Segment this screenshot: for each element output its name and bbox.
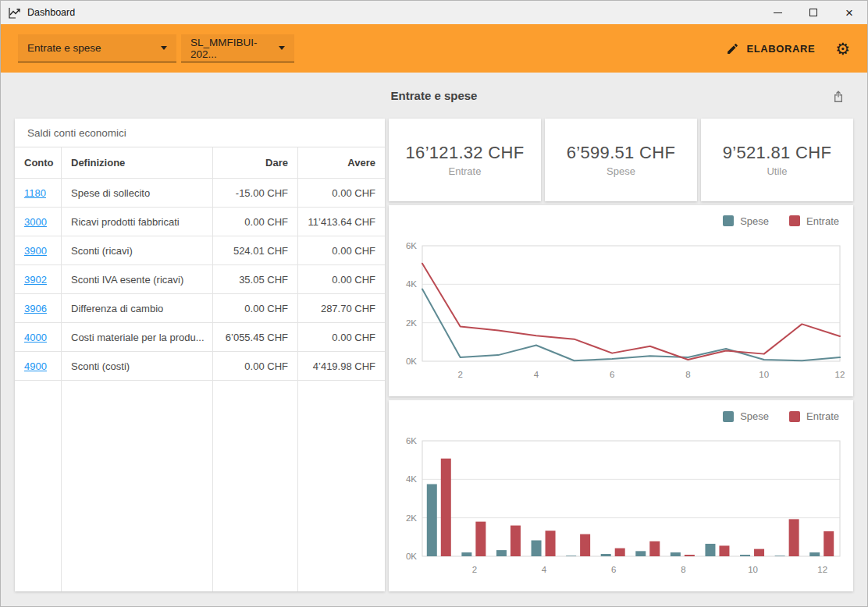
legend-label: Entrate <box>806 215 839 227</box>
stat-card-utile: 9’521.81 CHF Utile <box>701 119 853 201</box>
conto-link[interactable]: 3900 <box>24 245 47 257</box>
stat-card-spese: 6’599.51 CHF Spese <box>545 119 697 201</box>
window-title: Dashboard <box>27 7 75 18</box>
conto-link[interactable]: 3906 <box>24 303 47 314</box>
svg-text:2K: 2K <box>406 513 417 523</box>
cell-conto: 3906 <box>15 294 62 323</box>
saldi-conti-panel: Saldi conti economici Conto Definizione … <box>15 119 385 591</box>
share-icon[interactable] <box>830 87 847 105</box>
table-row: 4900Sconti (costi)0.00 CHF4’419.98 CHF <box>15 352 385 381</box>
bar-chart: 0K2K4K6K24681012 <box>389 422 855 587</box>
cell-dare: -15.00 CHF <box>213 179 298 208</box>
col-header-conto: Conto <box>15 147 62 179</box>
chevron-down-icon <box>279 46 285 50</box>
cell-avere: 0.00 CHF <box>298 236 385 265</box>
app-window: Dashboard × Entrate e spese SL_MMFIBUI-2… <box>0 0 868 607</box>
cell-definizione: Sconti (ricavi) <box>62 236 213 265</box>
cell-conto: 3902 <box>15 265 62 294</box>
page-title: Entrate e spese <box>391 89 478 102</box>
svg-text:12: 12 <box>835 370 845 379</box>
cell-avere: 0.00 CHF <box>298 179 385 208</box>
svg-text:4: 4 <box>534 370 539 379</box>
bar-chart-card: SpeseEntrate 0K2K4K6K24681012 <box>389 400 853 591</box>
legend-label: Spese <box>740 410 769 422</box>
table-row: 3000Ricavi prodotti fabbricati0.00 CHF11… <box>15 208 385 236</box>
stat-cards: 16’121.32 CHF Entrate 6’599.51 CHF Spese… <box>389 119 853 201</box>
dashboard-select[interactable]: Entrate e spese <box>18 34 176 62</box>
stat-label: Spese <box>607 165 635 177</box>
legend-swatch <box>789 411 800 422</box>
svg-text:2: 2 <box>457 370 462 379</box>
conto-link[interactable]: 4000 <box>24 332 47 343</box>
cell-conto: 4900 <box>15 352 62 381</box>
table-row: 3900Sconti (ricavi)524.01 CHF0.00 CHF <box>15 236 385 265</box>
minimize-button[interactable] <box>760 1 795 24</box>
close-button[interactable]: × <box>831 1 867 24</box>
svg-text:6: 6 <box>611 565 616 574</box>
stat-value: 9’521.81 CHF <box>723 143 831 163</box>
cell-dare: 524.01 CHF <box>213 236 298 265</box>
svg-text:6K: 6K <box>406 241 417 250</box>
trend-chart-icon <box>8 5 22 20</box>
maximize-button[interactable] <box>795 1 831 24</box>
legend-swatch <box>723 411 734 422</box>
table-filler <box>15 381 385 591</box>
legend-item-spese: Spese <box>723 410 769 422</box>
table-row: 4000Costi materiale per la produ...6’055… <box>15 323 385 352</box>
dashboard-select-value: Entrate e spese <box>27 42 101 54</box>
svg-text:2K: 2K <box>406 318 417 327</box>
table-body: 1180Spese di sollecito-15.00 CHF0.00 CHF… <box>15 179 385 381</box>
file-select[interactable]: SL_MMFIBUI-202... <box>181 34 294 62</box>
cell-avere: 287.70 CHF <box>298 294 385 323</box>
cell-avere: 0.00 CHF <box>298 323 385 352</box>
cell-definizione: Spese di sollecito <box>62 179 213 208</box>
table-row: 3902Sconti IVA esente (ricavi)35.05 CHF0… <box>15 265 385 294</box>
line-chart: 0K2K4K6K24681012 <box>389 227 855 392</box>
svg-text:6: 6 <box>610 370 614 379</box>
svg-text:10: 10 <box>759 370 769 379</box>
svg-text:8: 8 <box>685 370 690 379</box>
cell-conto: 3900 <box>15 236 62 265</box>
close-icon: × <box>845 6 853 20</box>
svg-text:8: 8 <box>681 565 685 574</box>
cell-dare: 35.05 CHF <box>213 265 298 294</box>
stat-card-entrate: 16’121.32 CHF Entrate <box>389 119 541 201</box>
content: Entrate e spese Saldi conti economici Co… <box>1 73 867 607</box>
table-row: 1180Spese di sollecito-15.00 CHF0.00 CHF <box>15 179 385 208</box>
col-header-avere: Avere <box>298 147 385 179</box>
conto-link[interactable]: 4900 <box>24 360 47 372</box>
svg-text:6K: 6K <box>406 436 417 445</box>
pencil-icon <box>726 42 739 55</box>
cell-definizione: Sconti (costi) <box>62 352 213 381</box>
cell-dare: 0.00 CHF <box>213 352 298 381</box>
cell-dare: 0.00 CHF <box>213 208 298 236</box>
chart-legend: SpeseEntrate <box>723 215 839 227</box>
elaborare-button[interactable]: ELABORARE <box>720 37 821 60</box>
svg-text:4: 4 <box>542 565 547 574</box>
cell-avere: 0.00 CHF <box>298 265 385 294</box>
cell-conto: 1180 <box>15 179 62 208</box>
svg-text:0K: 0K <box>406 357 417 366</box>
cell-conto: 4000 <box>15 323 62 352</box>
stat-value: 16’121.32 CHF <box>406 143 525 163</box>
cell-definizione: Ricavi prodotti fabbricati <box>62 208 213 236</box>
conto-link[interactable]: 1180 <box>24 187 46 199</box>
cell-avere: 4’419.98 CHF <box>298 352 385 381</box>
gear-icon[interactable]: ⚙ <box>835 41 850 57</box>
table-title: Saldi conti economici <box>15 119 385 147</box>
svg-text:10: 10 <box>748 565 758 574</box>
legend-item-entrate: Entrate <box>789 215 839 227</box>
stat-value: 6’599.51 CHF <box>567 143 675 163</box>
page-header: Entrate e spese <box>1 73 867 119</box>
legend-label: Spese <box>740 215 769 227</box>
file-select-value: SL_MMFIBUI-202... <box>190 37 268 60</box>
legend-label: Entrate <box>806 410 839 422</box>
legend-item-spese: Spese <box>723 215 769 227</box>
svg-text:0K: 0K <box>406 552 417 561</box>
conto-link[interactable]: 3000 <box>24 216 47 228</box>
maximize-icon <box>809 9 817 16</box>
line-chart-card: SpeseEntrate 0K2K4K6K24681012 <box>389 205 853 397</box>
conto-link[interactable]: 3902 <box>24 274 47 286</box>
col-header-dare: Dare <box>213 147 298 179</box>
right-column: 16’121.32 CHF Entrate 6’599.51 CHF Spese… <box>389 119 853 591</box>
